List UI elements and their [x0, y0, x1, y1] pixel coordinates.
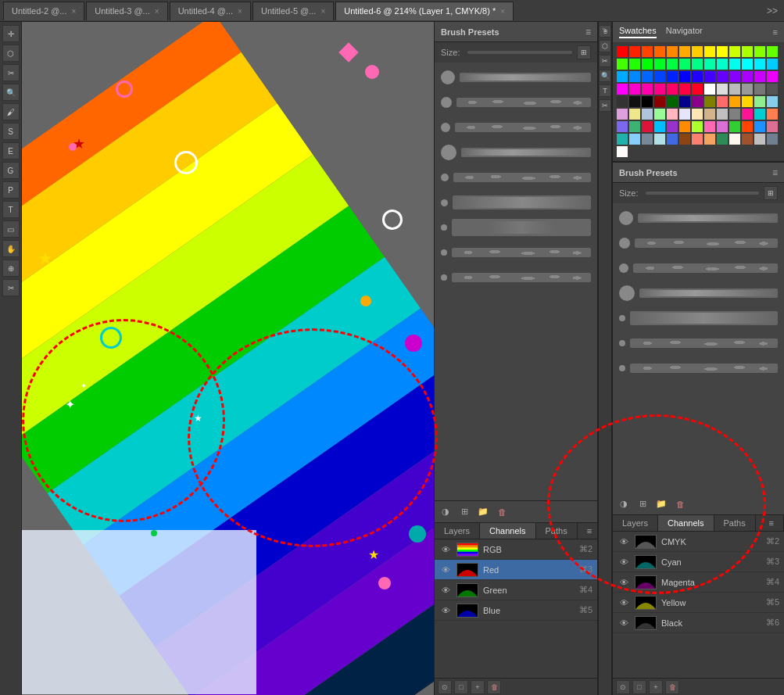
panel-options-btn-right[interactable]: ≡	[760, 515, 784, 531]
swatch-color[interactable]	[679, 84, 690, 95]
brush-item-r5[interactable]	[616, 306, 781, 330]
right-tool-1[interactable]: 🖱	[599, 25, 611, 38]
swatch-color[interactable]	[729, 134, 740, 145]
brush-item[interactable]	[438, 66, 594, 89]
swatch-color[interactable]	[654, 46, 665, 57]
swatch-color[interactable]	[667, 71, 678, 82]
channel-row-yellow[interactable]: 👁 Yellow ⌘5	[613, 593, 784, 613]
tab-paths[interactable]: Paths	[536, 523, 578, 539]
swatch-color[interactable]	[767, 84, 778, 95]
eye-icon[interactable]: 👁	[439, 543, 452, 556]
delete-btn-r[interactable]: 🗑	[672, 496, 688, 512]
eye-icon[interactable]: 👁	[439, 604, 452, 617]
brush-item-r7[interactable]	[616, 356, 781, 380]
swatches-menu-btn[interactable]: ≡	[773, 27, 778, 37]
swatch-color[interactable]	[767, 121, 778, 132]
tab-channels-right[interactable]: Channels	[658, 515, 714, 531]
swatch-color[interactable]	[729, 96, 740, 107]
tab-untitled6[interactable]: Untitled-6 @ 214% (Layer 1, CMYK/8) * ×	[335, 2, 514, 20]
swatch-color[interactable]	[617, 146, 628, 157]
eye-icon[interactable]: 👁	[618, 596, 630, 609]
swatch-color[interactable]	[742, 46, 753, 57]
swatch-color[interactable]	[654, 59, 665, 70]
tab-channels[interactable]: Channels	[480, 523, 535, 539]
eye-icon[interactable]: 👁	[439, 564, 452, 576]
tab-swatches[interactable]: Swatches	[619, 26, 657, 38]
swatch-color[interactable]	[629, 121, 640, 132]
size-slider[interactable]	[467, 51, 572, 54]
swatch-color[interactable]	[767, 96, 778, 107]
swatch-color[interactable]	[754, 59, 765, 70]
swatch-color[interactable]	[754, 121, 765, 132]
swatch-color[interactable]	[667, 109, 678, 120]
swatch-color[interactable]	[692, 134, 703, 145]
swatch-color[interactable]	[692, 96, 703, 107]
save-selection-btn[interactable]: □	[454, 680, 468, 694]
brush-item-r1[interactable]	[616, 206, 781, 230]
delete-btn[interactable]: 🗑	[494, 504, 510, 520]
channel-row-rgb[interactable]: 👁 RGB ⌘2	[435, 539, 597, 560]
brush-item[interactable]	[438, 166, 594, 189]
canvas-area[interactable]: ★ ★ ✦ ✦ ★ ★	[22, 22, 434, 695]
swatch-color[interactable]	[629, 109, 640, 120]
swatch-color[interactable]	[704, 109, 715, 120]
swatch-color[interactable]	[667, 46, 678, 57]
channel-row-green[interactable]: 👁 Green ⌘4	[435, 580, 597, 600]
swatch-color[interactable]	[629, 59, 640, 70]
swatch-color[interactable]	[642, 96, 653, 107]
swatch-color[interactable]	[642, 59, 653, 70]
swatch-color[interactable]	[667, 134, 678, 145]
swatch-color[interactable]	[667, 84, 678, 95]
swatch-color[interactable]	[729, 121, 740, 132]
close-icon[interactable]: ×	[71, 7, 76, 16]
new-group-btn-r[interactable]: 📁	[653, 496, 669, 512]
close-icon[interactable]: ×	[238, 7, 242, 16]
tab-layers-right[interactable]: Layers	[613, 515, 658, 531]
swatch-color[interactable]	[754, 46, 765, 57]
swatch-color[interactable]	[654, 84, 665, 95]
swatch-color[interactable]	[717, 46, 728, 57]
lasso-tool[interactable]: ⬡	[2, 45, 20, 62]
new-channel-btn-r[interactable]: +	[649, 680, 663, 694]
swatch-color[interactable]	[767, 46, 778, 57]
swatch-color[interactable]	[692, 46, 703, 57]
size-slider-right[interactable]	[646, 192, 759, 195]
brush-item-r6[interactable]	[616, 331, 781, 355]
eye-icon[interactable]: 👁	[618, 576, 630, 589]
clone-tool[interactable]: S	[2, 123, 20, 140]
swatch-color[interactable]	[679, 121, 690, 132]
eye-icon[interactable]: 👁	[618, 536, 630, 548]
swatch-color[interactable]	[729, 71, 740, 82]
swatch-color[interactable]	[617, 121, 628, 132]
channel-row-cmyk[interactable]: 👁 CMYK ⌘2	[613, 532, 784, 552]
swatch-color[interactable]	[617, 134, 628, 145]
new-group-btn[interactable]: 📁	[475, 504, 491, 520]
brush-item[interactable]	[438, 141, 594, 164]
right-tool-6[interactable]: ✂	[599, 99, 611, 112]
swatch-color[interactable]	[629, 46, 640, 57]
swatch-color[interactable]	[629, 134, 640, 145]
swatch-color[interactable]	[742, 134, 753, 145]
mask-btn[interactable]: ◑	[438, 504, 453, 520]
swatch-color[interactable]	[754, 71, 765, 82]
tab-untitled5[interactable]: Untitled-5 @... ×	[252, 2, 334, 20]
swatch-color[interactable]	[617, 84, 628, 95]
swatch-color[interactable]	[704, 134, 715, 145]
swatch-color[interactable]	[717, 121, 728, 132]
brush-item[interactable]	[438, 191, 594, 214]
swatch-color[interactable]	[679, 59, 690, 70]
swatch-color[interactable]	[704, 46, 715, 57]
hand-tool[interactable]: ✋	[2, 240, 20, 257]
tab-untitled4[interactable]: Untitled-4 @... ×	[170, 2, 251, 20]
right-tool-4[interactable]: 🔍	[599, 70, 611, 82]
mask-btn-r[interactable]: ◑	[616, 496, 632, 512]
new-channel-btn[interactable]: +	[471, 680, 485, 694]
pen-tool[interactable]: P	[2, 181, 20, 199]
shape-tool[interactable]: ▭	[2, 220, 20, 238]
text-tool[interactable]: T	[2, 201, 20, 218]
eye-icon[interactable]: 👁	[618, 556, 630, 568]
swatch-color[interactable]	[654, 134, 665, 145]
swatch-color[interactable]	[717, 109, 728, 120]
eye-icon[interactable]: 👁	[439, 584, 452, 596]
swatch-color[interactable]	[692, 71, 703, 82]
